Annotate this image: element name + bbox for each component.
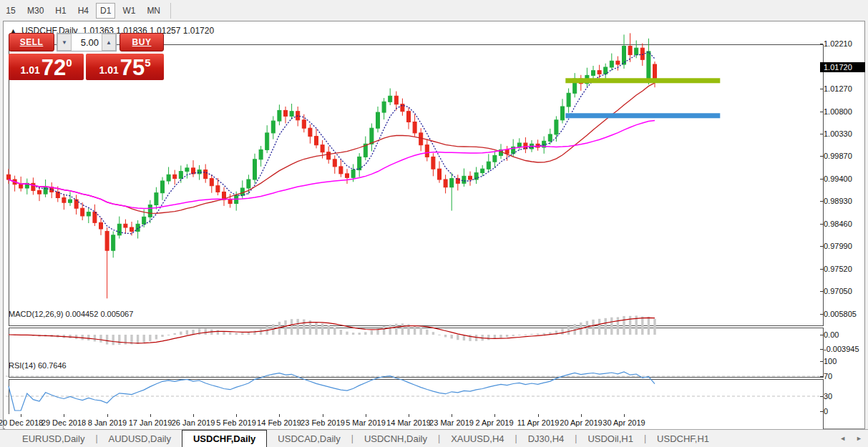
volume-increase-button[interactable]: ▲ xyxy=(102,34,116,51)
timeframe-button-d1[interactable]: D1 xyxy=(96,3,115,19)
one-click-trading-panel: SELL ▼ ▲ BUY 1.01 72 0 1.01 75 5 xyxy=(9,33,164,80)
price-axis-label-tick xyxy=(820,89,823,89)
timeframe-toolbar: 15M30H1H4D1W1MN xyxy=(0,0,868,21)
rsi-axis-label: 100 xyxy=(824,357,837,365)
tab-usdchf-h1[interactable]: USDCHF,H1 xyxy=(646,430,720,447)
macd-label: MACD(12,26,9) 0.004452 0.005067 xyxy=(9,310,133,318)
rsi-axis-label-tick xyxy=(820,396,823,397)
date-tick xyxy=(452,414,452,417)
rsi-plot[interactable] xyxy=(6,358,819,413)
price-axis-label: 0.97990 xyxy=(824,242,852,250)
volume-stepper: ▼ ▲ xyxy=(57,33,117,51)
macd-axis-label: 0.005805 xyxy=(824,310,857,318)
app-window: 15M30H1H4D1W1MN ▲ USDCHF,Daily 1.01363 1… xyxy=(0,0,868,447)
timeframe-button-w1[interactable]: W1 xyxy=(118,3,140,19)
date-axis-label: 20 Apr 2019 xyxy=(560,418,602,427)
macd-axis-label-tick xyxy=(820,335,823,335)
rsi-axis-label-tick xyxy=(820,361,823,362)
price-axis-label: 0.97520 xyxy=(824,265,852,273)
date-tick xyxy=(21,414,21,417)
tab-usdcad-daily[interactable]: USDCAD,Daily xyxy=(267,430,351,447)
date-tick xyxy=(494,414,495,417)
price-axis-label-tick xyxy=(820,291,823,292)
price-axis-label-tick xyxy=(820,156,823,157)
price-axis-label: 1.00330 xyxy=(824,129,852,138)
tab-scroll-left-icon[interactable]: ◄ xyxy=(839,435,846,442)
rsi-axis-label-tick xyxy=(820,376,823,377)
date-axis-label: 8 Jan 2019 xyxy=(88,418,127,427)
rsi-axis-label: 70 xyxy=(824,372,832,380)
date-tick xyxy=(279,414,280,417)
price-axis-label: 1.00800 xyxy=(824,107,852,116)
date-axis-label: 30 Apr 2019 xyxy=(603,418,645,427)
date-axis-label: 2 Apr 2019 xyxy=(475,418,513,427)
date-tick xyxy=(366,414,366,417)
price-axis-label-tick xyxy=(820,201,823,202)
sell-price-base: 1.01 xyxy=(20,64,39,76)
price-axis-label-tick xyxy=(820,224,823,225)
price-axis-label-tick xyxy=(820,179,823,180)
tab-usdchf-daily[interactable]: USDCHF,Daily xyxy=(182,430,267,447)
date-tick xyxy=(323,414,323,417)
buy-price-sup: 5 xyxy=(145,57,150,69)
date-tick xyxy=(581,414,582,417)
current-price-tag: 1.01720 xyxy=(820,62,865,72)
date-axis-label: 26 Jan 2019 xyxy=(172,418,215,427)
price-axis-label: 0.98930 xyxy=(824,197,852,205)
date-axis-label: 14 Mar 2019 xyxy=(386,418,431,427)
buy-price-box[interactable]: 1.01 75 5 xyxy=(86,54,164,80)
tab-xauusd-h4[interactable]: XAUUSD,H4 xyxy=(440,430,515,447)
date-axis-label: 11 Apr 2019 xyxy=(517,418,560,427)
rsi-axis-label: 0 xyxy=(824,407,828,416)
date-axis-label: 29 Dec 2018 xyxy=(42,418,86,427)
date-tick xyxy=(64,414,64,417)
timeframe-button-mn[interactable]: MN xyxy=(142,3,165,19)
price-axis-label-tick xyxy=(820,269,823,270)
tab-eurusd-daily[interactable]: EURUSD,Daily xyxy=(11,430,95,447)
macd-axis-label-tick xyxy=(820,349,823,350)
rsi-axis-label: 30 xyxy=(824,392,832,401)
price-axis-label: 0.98460 xyxy=(824,220,852,228)
price-axis-label: 0.97050 xyxy=(824,287,852,295)
price-axis-label-tick xyxy=(820,134,823,134)
tab-usdoil-h1[interactable]: USDOil,H1 xyxy=(577,430,644,447)
buy-button[interactable]: BUY xyxy=(120,33,164,51)
date-tick xyxy=(193,414,194,417)
timeframe-button-15[interactable]: 15 xyxy=(1,3,20,19)
tab-audusd-daily[interactable]: AUDUSD,Daily xyxy=(98,430,182,447)
macd-axis-label-tick xyxy=(820,314,823,315)
price-axis-label: 0.99870 xyxy=(824,152,852,160)
symbol-tab-bar: EURUSD,Daily|AUDUSD,DailyUSDCHF,DailyUSD… xyxy=(0,429,868,447)
tab-scroll-arrows: ◄ ► xyxy=(839,429,862,447)
date-tick xyxy=(624,414,625,417)
macd-axis-label: -0.003945 xyxy=(824,345,859,353)
tab-usdcnh-daily[interactable]: USDCNH,Daily xyxy=(353,430,438,447)
rsi-axis-label-tick xyxy=(820,411,823,412)
sell-price-box[interactable]: 1.01 72 0 xyxy=(9,54,84,80)
date-tick xyxy=(538,414,539,417)
tab-scroll-right-icon[interactable]: ► xyxy=(856,435,862,442)
date-tick xyxy=(236,414,237,417)
date-axis-label: 20 Dec 2018 xyxy=(0,418,43,427)
price-axis-label: 0.99400 xyxy=(824,175,852,183)
date-tick xyxy=(409,414,409,417)
volume-input[interactable] xyxy=(72,34,102,51)
timeframe-button-h4[interactable]: H4 xyxy=(74,3,93,19)
rsi-label: RSI(14) 60.7646 xyxy=(9,361,67,370)
date-axis-label: 5 Feb 2019 xyxy=(216,418,256,427)
volume-decrease-button[interactable]: ▼ xyxy=(57,34,72,51)
timeframe-button-h1[interactable]: H1 xyxy=(51,3,70,19)
price-axis-label-tick xyxy=(820,44,823,44)
price-axis-label: 1.02210 xyxy=(824,39,852,48)
date-axis-label: 5 Mar 2019 xyxy=(346,418,386,427)
tab-dj30-h4[interactable]: DJ30,H4 xyxy=(517,430,575,447)
timeframe-button-m30[interactable]: M30 xyxy=(23,3,48,19)
date-axis-label: 14 Feb 2019 xyxy=(257,418,301,427)
date-tick xyxy=(150,414,151,417)
price-axis-label-tick xyxy=(820,112,823,112)
price-axis-label: 1.01270 xyxy=(824,84,852,93)
date-axis-label: 23 Feb 2019 xyxy=(301,418,345,427)
sell-button[interactable]: SELL xyxy=(9,33,54,51)
buy-price-big: 75 xyxy=(120,58,145,78)
sell-price-sup: 0 xyxy=(66,57,72,69)
